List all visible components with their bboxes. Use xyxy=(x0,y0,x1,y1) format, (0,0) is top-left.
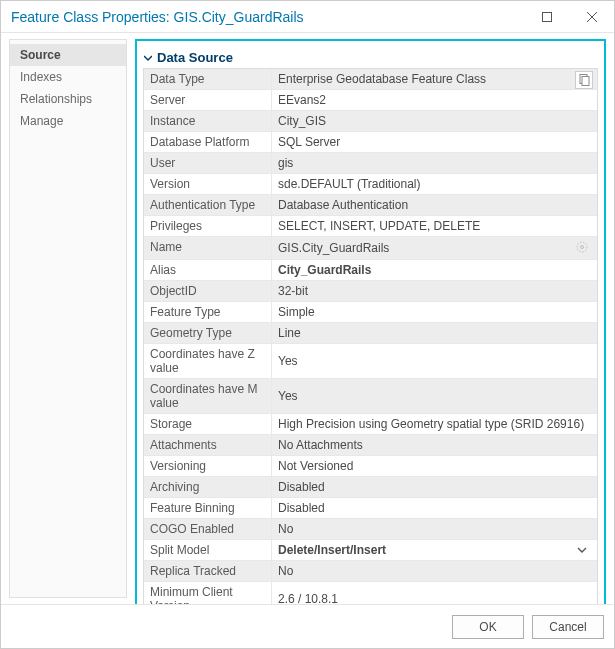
label: Replica Tracked xyxy=(144,561,272,581)
value: sde.DEFAULT (Traditional) xyxy=(272,174,597,194)
value: Yes xyxy=(272,379,597,413)
dialog-window: Feature Class Properties: GIS.City_Guard… xyxy=(0,0,615,649)
value: High Precision using Geometry spatial ty… xyxy=(272,414,597,434)
section-title: Data Source xyxy=(157,50,233,65)
sidebar-item-relationships[interactable]: Relationships xyxy=(10,88,126,110)
value: City_GIS xyxy=(272,111,597,131)
label: Split Model xyxy=(144,540,272,560)
row-version: Versionsde.DEFAULT (Traditional) xyxy=(144,174,597,195)
label: Alias xyxy=(144,260,272,280)
label: Feature Binning xyxy=(144,498,272,518)
value[interactable]: City_GuardRails xyxy=(272,260,597,280)
label: COGO Enabled xyxy=(144,519,272,539)
label: Storage xyxy=(144,414,272,434)
label: User xyxy=(144,153,272,173)
value: 2.6 / 10.8.1 xyxy=(272,582,597,604)
button-label: Cancel xyxy=(549,620,586,634)
row-storage: StorageHigh Precision using Geometry spa… xyxy=(144,414,597,435)
value: Enterprise Geodatabase Feature Class xyxy=(272,69,597,89)
value: Database Authentication xyxy=(272,195,597,215)
value-text: GIS.City_GuardRails xyxy=(278,241,389,255)
label: Name xyxy=(144,237,272,259)
label: Data Type xyxy=(144,69,272,89)
data-source-header[interactable]: Data Source xyxy=(143,47,598,68)
properties-grid: Data TypeEnterprise Geodatabase Feature … xyxy=(143,68,598,604)
row-cogo: COGO EnabledNo xyxy=(144,519,597,540)
value: gis xyxy=(272,153,597,173)
row-db-platform: Database PlatformSQL Server xyxy=(144,132,597,153)
label: Versioning xyxy=(144,456,272,476)
chevron-down-icon xyxy=(143,53,153,63)
window-title: Feature Class Properties: GIS.City_Guard… xyxy=(11,9,524,25)
split-model-select[interactable]: Delete/Insert/Insert xyxy=(272,540,597,560)
label: Coordinates have M value xyxy=(144,379,272,413)
label: Attachments xyxy=(144,435,272,455)
sidebar-item-source[interactable]: Source xyxy=(10,44,126,66)
label: Privileges xyxy=(144,216,272,236)
row-has-z: Coordinates have Z valueYes xyxy=(144,344,597,379)
value-text: Delete/Insert/Insert xyxy=(278,543,386,557)
main-panel: Data Source Data TypeEnterprise Geodatab… xyxy=(131,33,614,604)
maximize-button[interactable] xyxy=(524,1,569,32)
sidebar-item-label: Source xyxy=(20,48,61,62)
sidebar-item-manage[interactable]: Manage xyxy=(10,110,126,132)
row-has-m: Coordinates have M valueYes xyxy=(144,379,597,414)
cancel-button[interactable]: Cancel xyxy=(532,615,604,639)
row-replica: Replica TrackedNo xyxy=(144,561,597,582)
row-archiving: ArchivingDisabled xyxy=(144,477,597,498)
value: Not Versioned xyxy=(272,456,597,476)
row-split-model: Split Model Delete/Insert/Insert xyxy=(144,540,597,561)
label: Server xyxy=(144,90,272,110)
row-feature-type: Feature TypeSimple xyxy=(144,302,597,323)
label: Authentication Type xyxy=(144,195,272,215)
titlebar: Feature Class Properties: GIS.City_Guard… xyxy=(1,1,614,33)
value: SQL Server xyxy=(272,132,597,152)
maximize-icon xyxy=(542,12,552,22)
row-min-client: Minimum Client Version2.6 / 10.8.1 xyxy=(144,582,597,604)
row-user: Usergis xyxy=(144,153,597,174)
sidebar-item-label: Indexes xyxy=(20,70,62,84)
label: Minimum Client Version xyxy=(144,582,272,604)
label: Version xyxy=(144,174,272,194)
row-binning: Feature BinningDisabled xyxy=(144,498,597,519)
label: Archiving xyxy=(144,477,272,497)
value: Disabled xyxy=(272,477,597,497)
row-geometry-type: Geometry TypeLine xyxy=(144,323,597,344)
close-button[interactable] xyxy=(569,1,614,32)
value: Line xyxy=(272,323,597,343)
value: Disabled xyxy=(272,498,597,518)
dialog-footer: OK Cancel xyxy=(1,604,614,648)
value: 32-bit xyxy=(272,281,597,301)
row-versioning: VersioningNot Versioned xyxy=(144,456,597,477)
sidebar: Source Indexes Relationships Manage xyxy=(9,39,127,598)
label: Coordinates have Z value xyxy=(144,344,272,378)
row-attachments: AttachmentsNo Attachments xyxy=(144,435,597,456)
row-privileges: PrivilegesSELECT, INSERT, UPDATE, DELETE xyxy=(144,216,597,237)
dialog-body: Source Indexes Relationships Manage Data… xyxy=(1,33,614,604)
row-objectid: ObjectID32-bit xyxy=(144,281,597,302)
value: SELECT, INSERT, UPDATE, DELETE xyxy=(272,216,597,236)
chevron-down-icon xyxy=(577,543,591,557)
sidebar-item-label: Relationships xyxy=(20,92,92,106)
row-instance: InstanceCity_GIS xyxy=(144,111,597,132)
svg-rect-0 xyxy=(542,12,551,21)
value: Yes xyxy=(272,344,597,378)
data-source-section: Data Source Data TypeEnterprise Geodatab… xyxy=(135,39,606,604)
value: No Attachments xyxy=(272,435,597,455)
sidebar-item-label: Manage xyxy=(20,114,63,128)
svg-point-5 xyxy=(577,242,587,252)
value: Simple xyxy=(272,302,597,322)
row-alias: AliasCity_GuardRails xyxy=(144,260,597,281)
value: No xyxy=(272,561,597,581)
ok-button[interactable]: OK xyxy=(452,615,524,639)
row-server: ServerEEvans2 xyxy=(144,90,597,111)
close-icon xyxy=(587,12,597,22)
label: Feature Type xyxy=(144,302,272,322)
gear-icon[interactable] xyxy=(575,240,591,256)
row-name: Name GIS.City_GuardRails xyxy=(144,237,597,260)
button-label: OK xyxy=(479,620,496,634)
label: Database Platform xyxy=(144,132,272,152)
svg-point-6 xyxy=(581,246,584,249)
value: EEvans2 xyxy=(272,90,597,110)
sidebar-item-indexes[interactable]: Indexes xyxy=(10,66,126,88)
